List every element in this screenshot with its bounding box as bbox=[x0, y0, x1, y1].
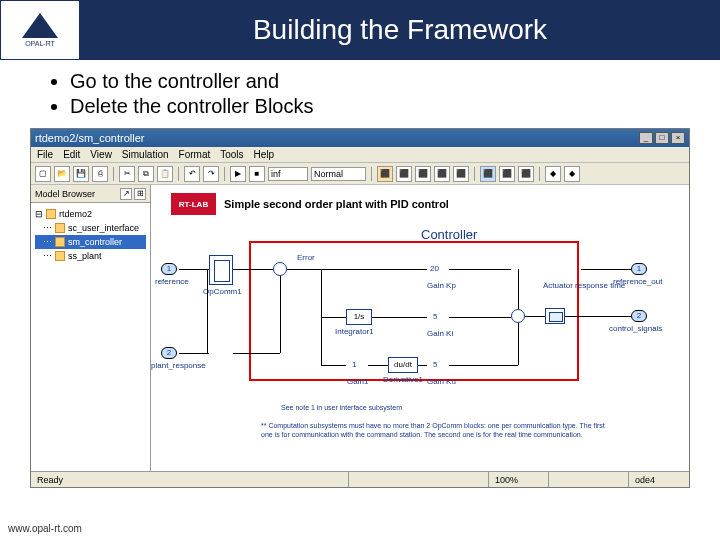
menu-view[interactable]: View bbox=[90, 149, 112, 160]
stop-icon[interactable]: ■ bbox=[249, 166, 265, 182]
model-title: Simple second order plant with PID contr… bbox=[224, 198, 449, 210]
menu-format[interactable]: Format bbox=[179, 149, 211, 160]
status-cell bbox=[549, 472, 629, 487]
redo-icon[interactable]: ↷ bbox=[203, 166, 219, 182]
window-titlebar[interactable]: rtdemo2/sm_controller _ □ × bbox=[31, 129, 689, 147]
tree-item-selected[interactable]: ⋯ sm_controller bbox=[35, 235, 146, 249]
menu-simulation[interactable]: Simulation bbox=[122, 149, 169, 160]
port-label: control_signals bbox=[609, 324, 662, 333]
cut-icon[interactable]: ✂ bbox=[119, 166, 135, 182]
browser-icon[interactable]: ↗ bbox=[120, 188, 132, 200]
slide-bullets: Go to the controller and Delete the cont… bbox=[0, 60, 720, 128]
canvas-note: See note 1 in user interface subsystem bbox=[281, 403, 402, 412]
block-label: Gain1 bbox=[347, 377, 368, 386]
minimize-icon[interactable]: _ bbox=[639, 132, 653, 144]
block-label: OpComm1 bbox=[203, 287, 242, 296]
gain-value: 5 bbox=[433, 360, 437, 369]
tool-icon[interactable]: ⬛ bbox=[453, 166, 469, 182]
block-label: Actuator response time bbox=[543, 281, 593, 290]
block-label: Gain Ki bbox=[427, 329, 453, 338]
outport-2[interactable]: 2 bbox=[631, 310, 647, 322]
tool-icon[interactable]: ⬛ bbox=[480, 166, 496, 182]
model-browser: Model Browser ↗ ⊞ ⊟ rtdemo2 ⋯ sc_user_in… bbox=[31, 185, 151, 471]
block-label: Gain Kd bbox=[427, 377, 456, 386]
block-label: Error bbox=[297, 253, 315, 262]
simulink-window: rtdemo2/sm_controller _ □ × File Edit Vi… bbox=[30, 128, 690, 488]
menu-tools[interactable]: Tools bbox=[220, 149, 243, 160]
tool-icon[interactable]: ⬛ bbox=[518, 166, 534, 182]
maximize-icon[interactable]: □ bbox=[655, 132, 669, 144]
save-icon[interactable]: 💾 bbox=[73, 166, 89, 182]
sim-time-input[interactable] bbox=[268, 167, 308, 181]
tool-icon[interactable]: ◆ bbox=[545, 166, 561, 182]
tool-icon[interactable]: ◆ bbox=[564, 166, 580, 182]
tool-icon[interactable]: ⬛ bbox=[377, 166, 393, 182]
statusbar: Ready 100% ode4 bbox=[31, 471, 689, 487]
tool-icon[interactable]: ⬛ bbox=[415, 166, 431, 182]
port-label: reference bbox=[155, 277, 189, 286]
model-canvas[interactable]: RT-LAB Simple second order plant with PI… bbox=[151, 185, 689, 471]
toolbar: ▢ 📂 💾 ⎙ ✂ ⧉ 📋 ↶ ↷ ▶ ■ ⬛ ⬛ ⬛ ⬛ ⬛ ⬛ ⬛ ⬛ ◆ … bbox=[31, 163, 689, 185]
status-cell bbox=[349, 472, 489, 487]
tool-icon[interactable]: ⬛ bbox=[434, 166, 450, 182]
sidebar-header-label: Model Browser bbox=[35, 189, 95, 199]
browser-icon[interactable]: ⊞ bbox=[134, 188, 146, 200]
gain-value: 1 bbox=[352, 360, 356, 369]
tree-root[interactable]: ⊟ rtdemo2 bbox=[35, 207, 146, 221]
inport-2[interactable]: 2 bbox=[161, 347, 177, 359]
open-icon[interactable]: 📂 bbox=[54, 166, 70, 182]
inport-1[interactable]: 1 bbox=[161, 263, 177, 275]
gain-value: 5 bbox=[433, 312, 437, 321]
canvas-note: ** Computation subsystems must have no m… bbox=[261, 421, 661, 439]
menu-help[interactable]: Help bbox=[254, 149, 275, 160]
tool-icon[interactable]: ⬛ bbox=[499, 166, 515, 182]
play-icon[interactable]: ▶ bbox=[230, 166, 246, 182]
rtlab-logo-icon: RT-LAB bbox=[171, 193, 216, 215]
close-icon[interactable]: × bbox=[671, 132, 685, 144]
status-solver: ode4 bbox=[629, 472, 689, 487]
sim-mode-select[interactable] bbox=[311, 167, 366, 181]
tool-icon[interactable]: ⬛ bbox=[396, 166, 412, 182]
opal-rt-logo: OPAL-RT bbox=[0, 0, 80, 60]
slide-footer: www.opal-rt.com bbox=[8, 523, 82, 534]
model-tree: ⊟ rtdemo2 ⋯ sc_user_interface ⋯ sm_contr… bbox=[31, 203, 150, 267]
gain-value: 20 bbox=[430, 264, 439, 273]
copy-icon[interactable]: ⧉ bbox=[138, 166, 154, 182]
port-label: plant_response bbox=[151, 361, 206, 370]
tree-item[interactable]: ⋯ ss_plant bbox=[35, 249, 146, 263]
print-icon[interactable]: ⎙ bbox=[92, 166, 108, 182]
sum-block[interactable] bbox=[273, 262, 287, 276]
tree-item[interactable]: ⋯ sc_user_interface bbox=[35, 221, 146, 235]
menu-edit[interactable]: Edit bbox=[63, 149, 80, 160]
sum-block[interactable] bbox=[511, 309, 525, 323]
block-label: Integrator1 bbox=[335, 327, 374, 336]
paste-icon[interactable]: 📋 bbox=[157, 166, 173, 182]
outport-1[interactable]: 1 bbox=[631, 263, 647, 275]
status-ready: Ready bbox=[31, 472, 349, 487]
port-label: reference_out bbox=[613, 277, 662, 286]
scope-block[interactable] bbox=[545, 308, 565, 324]
block-label: Derivative1 bbox=[383, 375, 423, 384]
opcomm-block[interactable] bbox=[209, 255, 233, 285]
controller-label: Controller bbox=[421, 227, 477, 242]
menubar: File Edit View Simulation Format Tools H… bbox=[31, 147, 689, 163]
integrator-block[interactable]: 1/s bbox=[346, 309, 372, 325]
undo-icon[interactable]: ↶ bbox=[184, 166, 200, 182]
derivative-block[interactable]: du/dt bbox=[388, 357, 418, 373]
block-label: Gain Kp bbox=[427, 281, 456, 290]
status-zoom: 100% bbox=[489, 472, 549, 487]
menu-file[interactable]: File bbox=[37, 149, 53, 160]
slide-title: Building the Framework bbox=[80, 0, 720, 60]
new-icon[interactable]: ▢ bbox=[35, 166, 51, 182]
